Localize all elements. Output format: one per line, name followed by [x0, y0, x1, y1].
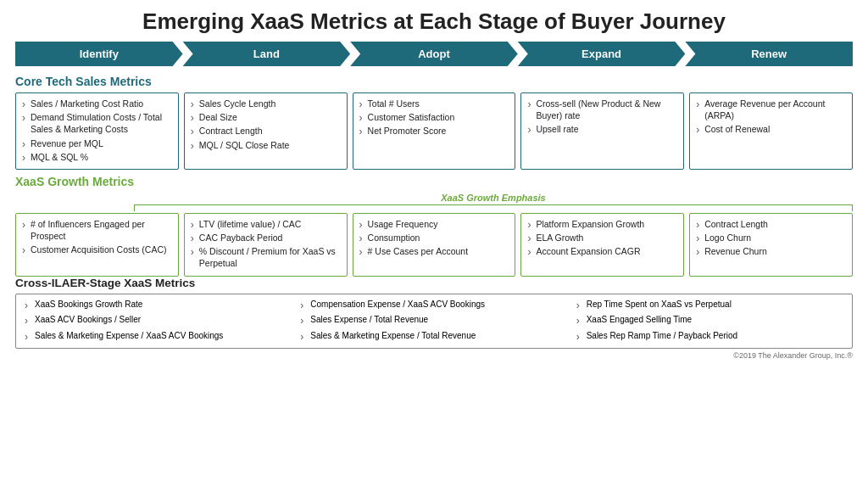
core-section: Core Tech Sales Metrics Sales / Marketin…: [15, 75, 853, 170]
cross-item: Sales Rep Ramp Time / Payback Period: [576, 330, 843, 342]
list-item: MQL / SQL Close Rate: [191, 139, 341, 151]
main-title: Emerging XaaS Metrics at Each Stage of B…: [15, 8, 853, 35]
list-item: Revenue per MQL: [22, 137, 172, 149]
list-item: Sales / Marketing Cost Ratio: [22, 98, 172, 109]
list-item: Platform Expansion Growth: [527, 218, 677, 230]
list-item: % Discount / Premium for XaaS vs Perpetu…: [191, 245, 341, 269]
journey-stage-renew: Renew: [685, 42, 853, 66]
bracket-line: [134, 204, 853, 211]
core-col-1: Sales Cycle LengthDeal SizeContract Leng…: [184, 92, 348, 170]
page: Emerging XaaS Metrics at Each Stage of B…: [0, 0, 868, 504]
cross-section-title: Cross-ILAER-Stage XaaS Metrics: [15, 277, 853, 289]
list-item: Contract Length: [696, 218, 846, 230]
list-item: # Use Cases per Account: [359, 245, 509, 257]
cross-item: Rep Time Spent on XaaS vs Perpetual: [576, 299, 843, 311]
cross-item: Compensation Expense / XaaS ACV Bookings: [300, 299, 567, 311]
list-item: Demand Stimulation Costs / Total Sales &…: [22, 111, 172, 135]
list-item: Usage Frequency: [359, 218, 509, 230]
growth-col-0: # of Influencers Engaged per ProspectCus…: [15, 213, 179, 277]
cross-item: XaaS ACV Bookings / Seller: [25, 314, 292, 326]
journey-stage-land: Land: [183, 42, 351, 66]
list-item: ELA Growth: [527, 232, 677, 244]
growth-col-2: Usage FrequencyConsumption# Use Cases pe…: [353, 213, 516, 277]
list-item: Consumption: [359, 232, 509, 244]
core-col-2: Total # UsersCustomer SatisfactionNet Pr…: [353, 92, 516, 170]
journey-stage-identify: Identify: [15, 42, 183, 66]
core-metrics-row: Sales / Marketing Cost RatioDemand Stimu…: [15, 92, 853, 170]
cross-item: XaaS Engaged Selling Time: [576, 314, 843, 326]
list-item: Cost of Renewal: [696, 123, 846, 135]
list-item: MQL & SQL %: [22, 151, 172, 163]
cross-item: Sales & Marketing Expense / Total Revenu…: [300, 330, 567, 342]
list-item: CAC Payback Period: [191, 232, 341, 244]
growth-col-1: LTV (lifetime value) / CACCAC Payback Pe…: [184, 213, 348, 277]
growth-emphasis-label: XaaS Growth Emphasis: [15, 193, 853, 203]
cross-item: Sales & Marketing Expense / XaaS ACV Boo…: [25, 330, 292, 342]
growth-col-4: Contract LengthLogo ChurnRevenue Churn: [689, 213, 853, 277]
list-item: Contract Length: [191, 125, 341, 137]
list-item: Customer Satisfaction: [359, 111, 509, 123]
cross-grid: XaaS Bookings Growth RateCompensation Ex…: [25, 299, 843, 344]
list-item: LTV (lifetime value) / CAC: [191, 218, 341, 230]
copyright: ©2019 The Alexander Group, Inc.®: [15, 351, 853, 360]
growth-section: XaaS Growth Metrics XaaS Growth Emphasis…: [15, 175, 853, 277]
cross-section-box: XaaS Bookings Growth RateCompensation Ex…: [15, 294, 853, 350]
cross-item: XaaS Bookings Growth Rate: [25, 299, 292, 311]
list-item: Total # Users: [359, 98, 509, 109]
growth-metrics-row: # of Influencers Engaged per ProspectCus…: [15, 213, 853, 277]
list-item: Net Promoter Score: [359, 125, 509, 137]
journey-stage-adopt: Adopt: [350, 42, 518, 66]
journey-stage-expand: Expand: [518, 42, 686, 66]
growth-col-3: Platform Expansion GrowthELA GrowthAccou…: [520, 213, 684, 277]
growth-bracket: [15, 204, 853, 211]
core-section-title: Core Tech Sales Metrics: [15, 75, 853, 88]
list-item: Customer Acquisition Costs (CAC): [22, 244, 172, 255]
list-item: Cross-sell (New Product & New Buyer) rat…: [527, 98, 677, 121]
list-item: Deal Size: [191, 111, 341, 123]
core-col-3: Cross-sell (New Product & New Buyer) rat…: [520, 92, 684, 170]
list-item: Account Expansion CAGR: [527, 245, 677, 257]
core-col-4: Average Revenue per Account (ARPA)Cost o…: [689, 92, 853, 170]
list-item: Revenue Churn: [696, 245, 846, 257]
core-col-0: Sales / Marketing Cost RatioDemand Stimu…: [15, 92, 179, 170]
list-item: Average Revenue per Account (ARPA): [696, 98, 846, 121]
growth-section-title: XaaS Growth Metrics: [15, 175, 853, 188]
list-item: Sales Cycle Length: [191, 98, 341, 109]
cross-section: Cross-ILAER-Stage XaaS Metrics XaaS Book…: [15, 277, 853, 350]
cross-item: Sales Expense / Total Revenue: [300, 314, 567, 326]
list-item: # of Influencers Engaged per Prospect: [22, 218, 172, 242]
list-item: Logo Churn: [696, 232, 846, 244]
journey-bar: IdentifyLandAdoptExpandRenew: [15, 42, 853, 66]
list-item: Upsell rate: [527, 123, 677, 135]
